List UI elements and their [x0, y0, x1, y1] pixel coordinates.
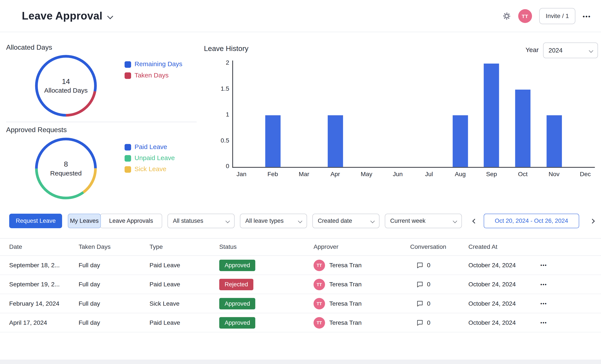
row-menu-button[interactable]: ••• — [541, 320, 563, 326]
cell-type: Paid Leave — [149, 281, 219, 288]
approved-requests-donut: 8 Requested — [33, 136, 99, 201]
cell-approver: TTTeresa Tran — [313, 259, 410, 271]
legend-swatch — [125, 144, 131, 150]
previous-week-button[interactable] — [470, 216, 480, 226]
cell-taken-days: Full day — [79, 319, 150, 326]
invite-button[interactable]: Invite / 1 — [539, 8, 575, 24]
year-select[interactable]: 2024 — [543, 43, 598, 58]
conversation-button[interactable]: 0 — [416, 281, 468, 288]
legend-item: Taken Days — [125, 72, 182, 79]
y-axis-tick-label: 0 — [207, 163, 229, 170]
conversation-icon — [416, 319, 424, 326]
more-menu-button[interactable]: ••• — [583, 13, 591, 19]
cell-created-at: October 24, 2024 — [468, 281, 541, 288]
approver-avatar: TT — [313, 317, 325, 328]
legend-swatch — [125, 61, 131, 68]
chevron-down-icon — [589, 48, 593, 52]
conversation-count: 0 — [427, 262, 431, 269]
period-filter-value: Current week — [390, 218, 426, 225]
date-range-button[interactable]: Oct 20, 2024 - Oct 26, 2024 — [484, 214, 579, 228]
approved-requests-heading: Approved Requests — [6, 126, 67, 134]
row-menu-button[interactable]: ••• — [541, 282, 563, 287]
avatar[interactable]: TT — [518, 9, 532, 23]
status-filter-value: All statuses — [173, 218, 203, 225]
leave-type-filter-select[interactable]: All leave types — [240, 214, 307, 228]
request-leave-button[interactable]: Request Leave — [9, 214, 62, 228]
y-axis-line — [232, 60, 233, 168]
date-field-filter-select[interactable]: Created date — [312, 214, 380, 228]
table-row: September 19, 2...Full dayPaid LeaveReje… — [0, 275, 601, 294]
chevron-down-icon[interactable] — [108, 13, 112, 20]
settings-button[interactable] — [502, 12, 511, 20]
cell-created-at: October 24, 2024 — [468, 300, 541, 307]
cell-status: Approved — [219, 317, 313, 328]
period-filter-select[interactable]: Current week — [385, 214, 462, 228]
column-header-type: Type — [149, 244, 219, 250]
approver-avatar: TT — [313, 259, 325, 271]
screen: Leave Approval TT Invite / 1 ••• Allocat… — [0, 0, 601, 364]
table-footer: 1 - 9 of 9 items 1 10 / per page — [0, 332, 601, 359]
row-menu-button[interactable]: ••• — [541, 301, 563, 306]
x-axis-label-aug: Aug — [447, 171, 474, 178]
page-title-group[interactable]: Leave Approval — [22, 0, 112, 32]
chevron-down-icon — [453, 219, 457, 223]
column-header-date: Date — [9, 244, 79, 250]
legend-swatch — [125, 72, 131, 79]
leave-history-heading: Leave History — [204, 45, 248, 53]
approver-name: Teresa Tran — [329, 319, 361, 326]
cell-approver: TTTeresa Tran — [313, 298, 410, 309]
chevron-down-icon — [298, 219, 302, 223]
cell-status: Rejected — [219, 278, 313, 290]
conversation-count: 0 — [427, 319, 431, 326]
cell-date: September 19, 2... — [9, 281, 79, 288]
approved-requests-center-label: Requested — [50, 169, 82, 177]
conversation-button[interactable]: 0 — [416, 262, 468, 269]
x-axis-label-dec: Dec — [572, 171, 599, 178]
legend-label: Remaining Days — [135, 60, 182, 68]
x-axis-label-nov: Nov — [541, 171, 568, 178]
bar-aug — [453, 115, 468, 167]
year-select-value: 2024 — [549, 47, 562, 54]
conversation-icon — [416, 262, 424, 269]
legend-item: Unpaid Leave — [125, 154, 175, 162]
tab-leave-approvals[interactable]: Leave Approvals — [100, 214, 162, 228]
status-badge: Approved — [219, 259, 256, 271]
status-filter-select[interactable]: All statuses — [167, 214, 234, 228]
leave-approval-app: Leave Approval TT Invite / 1 ••• Allocat… — [0, 0, 601, 364]
status-badge: Approved — [219, 298, 256, 309]
column-header-approver: Approver — [313, 244, 410, 250]
column-header-conversation: Conversation — [410, 244, 468, 250]
cell-type: Paid Leave — [149, 319, 219, 326]
cell-created-at: October 24, 2024 — [468, 319, 541, 326]
conversation-count: 0 — [427, 281, 431, 288]
horizontal-scrollbar-track[interactable] — [0, 360, 601, 364]
next-week-button[interactable] — [587, 216, 597, 226]
y-axis-tick-label: 1.5 — [207, 85, 229, 92]
legend-label: Unpaid Leave — [135, 154, 175, 162]
approver-name: Teresa Tran — [329, 262, 361, 269]
panel-divider — [6, 122, 197, 122]
conversation-count: 0 — [427, 300, 431, 307]
cell-approver: TTTeresa Tran — [313, 278, 410, 290]
bar-apr — [328, 115, 343, 167]
leave-type-filter-value: All leave types — [245, 218, 284, 225]
tab-my-leaves[interactable]: My Leaves — [68, 214, 101, 228]
page-title: Leave Approval — [22, 10, 102, 22]
header-actions: TT Invite / 1 ••• — [502, 0, 591, 32]
x-axis-label-jun: Jun — [384, 171, 411, 178]
conversation-button[interactable]: 0 — [416, 319, 468, 326]
cell-status: Approved — [219, 259, 313, 271]
conversation-icon — [416, 300, 424, 307]
row-menu-button[interactable]: ••• — [541, 262, 563, 268]
chevron-left-icon — [472, 219, 477, 223]
cell-taken-days: Full day — [79, 281, 150, 288]
x-axis-label-feb: Feb — [259, 171, 286, 178]
bar-nov — [546, 115, 562, 167]
legend-swatch — [125, 155, 131, 161]
cell-taken-days: Full day — [79, 262, 150, 269]
allocated-days-heading: Allocated Days — [6, 44, 52, 52]
chevron-down-icon — [226, 219, 230, 223]
y-axis-tick-label: 1 — [207, 111, 229, 118]
conversation-button[interactable]: 0 — [416, 300, 468, 307]
allocated-legend: Remaining DaysTaken Days — [125, 60, 182, 79]
